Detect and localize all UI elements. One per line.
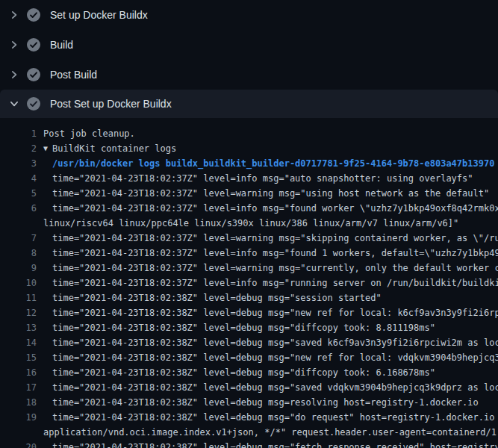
log-text: time="2021-04-23T18:02:38Z" level=debug … (37, 320, 435, 335)
step-row-build[interactable]: Build (0, 30, 498, 60)
log-text: linux/riscv64 linux/ppc64le linux/s390x … (37, 216, 458, 231)
line-number[interactable]: 9 (0, 261, 37, 276)
log-text: time="2021-04-23T18:02:37Z" level=info m… (37, 246, 498, 261)
log-text: time="2021-04-23T18:02:37Z" level=warnin… (37, 261, 498, 276)
log-line: 15time="2021-04-23T18:02:38Z" level=debu… (0, 350, 498, 365)
chevron-right-icon[interactable] (7, 10, 21, 19)
line-number[interactable]: 12 (0, 305, 37, 320)
step-label: Post Set up Docker Buildx (50, 98, 172, 110)
line-number[interactable]: 13 (0, 320, 37, 335)
log-text: time="2021-04-23T18:02:38Z" level=debug … (37, 380, 498, 395)
log-line: 9time="2021-04-23T18:02:37Z" level=warni… (0, 261, 498, 276)
log-text: Post job cleanup. (37, 126, 135, 141)
step-row-post-set-up-docker-buildx[interactable]: Post Set up Docker Buildx (0, 90, 498, 118)
log-text: time="2021-04-23T18:02:38Z" level=debug … (37, 395, 479, 410)
log-line: 13time="2021-04-23T18:02:38Z" level=debu… (0, 320, 498, 335)
check-circle-icon (27, 68, 40, 81)
log-text: time="2021-04-23T18:02:38Z" level=debug … (37, 305, 498, 320)
step-label: Set up Docker Buildx (50, 9, 148, 21)
log-text: time="2021-04-23T18:02:38Z" level=debug … (37, 335, 498, 350)
log-line: 3/usr/bin/docker logs buildx_buildkit_bu… (0, 156, 498, 171)
log-text: time="2021-04-23T18:02:37Z" level=info m… (37, 171, 473, 186)
log-line-continuation: linux/riscv64 linux/ppc64le linux/s390x … (0, 216, 498, 231)
line-number[interactable]: 10 (0, 276, 37, 290)
log-text: time="2021-04-23T18:02:38Z" level=debug … (37, 290, 382, 305)
log-line: 1Post job cleanup. (0, 126, 498, 141)
step-row-set-up-docker-buildx[interactable]: Set up Docker Buildx (0, 0, 498, 30)
line-number[interactable]: 17 (0, 380, 37, 395)
line-number[interactable]: 5 (0, 186, 37, 201)
log-text: time="2021-04-23T18:02:38Z" level=debug … (37, 440, 498, 448)
log-line: 8time="2021-04-23T18:02:37Z" level=info … (0, 246, 498, 261)
log-line: 10time="2021-04-23T18:02:37Z" level=info… (0, 276, 498, 290)
line-number[interactable]: 11 (0, 290, 37, 305)
log-text: time="2021-04-23T18:02:37Z" level=info m… (37, 201, 498, 216)
log-line-continuation: application/vnd.oci.image.index.v1+json,… (0, 425, 498, 440)
step-label: Build (50, 39, 73, 51)
step-label: Post Build (50, 69, 97, 81)
log-group-label: BuildKit container logs (52, 143, 176, 154)
log-text: time="2021-04-23T18:02:37Z" level=info m… (37, 276, 498, 290)
check-circle-icon (27, 8, 40, 22)
log-line: 14time="2021-04-23T18:02:38Z" level=debu… (0, 335, 498, 350)
line-number[interactable]: 14 (0, 335, 37, 350)
log-command-text: /usr/bin/docker logs buildx_buildkit_bui… (37, 156, 494, 171)
line-number[interactable]: 19 (0, 410, 37, 425)
log-line: 4time="2021-04-23T18:02:37Z" level=info … (0, 171, 498, 186)
chevron-right-icon[interactable] (7, 40, 21, 49)
log-line: 17time="2021-04-23T18:02:38Z" level=debu… (0, 380, 498, 395)
expand-triangle-icon[interactable]: ▼ (43, 141, 52, 156)
step-log-output: 1Post job cleanup.2▼ BuildKit container … (0, 118, 498, 448)
log-text: application/vnd.oci.image.index.v1+json,… (37, 425, 498, 440)
log-line: 2▼ BuildKit container logs (0, 141, 498, 156)
line-number[interactable]: 8 (0, 246, 37, 261)
line-number[interactable]: 2 (0, 141, 37, 156)
log-line: 19time="2021-04-23T18:02:38Z" level=debu… (0, 410, 498, 425)
line-number[interactable]: 7 (0, 231, 37, 246)
check-circle-icon (27, 38, 40, 52)
line-number[interactable]: 15 (0, 350, 37, 365)
chevron-down-icon[interactable] (7, 100, 21, 108)
line-number[interactable]: 20 (0, 440, 37, 448)
log-line: 5time="2021-04-23T18:02:37Z" level=warni… (0, 186, 498, 201)
log-text: time="2021-04-23T18:02:38Z" level=debug … (37, 410, 498, 425)
workflow-steps-list: Set up Docker Buildx Build Post Build Po… (0, 0, 498, 118)
log-text: time="2021-04-23T18:02:37Z" level=warnin… (37, 186, 489, 201)
log-line: 20time="2021-04-23T18:02:38Z" level=debu… (0, 440, 498, 448)
log-line: 18time="2021-04-23T18:02:38Z" level=debu… (0, 395, 498, 410)
log-line: 11time="2021-04-23T18:02:38Z" level=debu… (0, 290, 498, 305)
chevron-right-icon[interactable] (7, 70, 21, 79)
line-number[interactable]: 3 (0, 156, 37, 171)
log-text: time="2021-04-23T18:02:38Z" level=debug … (37, 365, 435, 380)
step-row-post-build[interactable]: Post Build (0, 60, 498, 90)
check-circle-icon (27, 97, 40, 111)
log-group-toggle[interactable]: ▼ BuildKit container logs (37, 141, 176, 156)
line-number[interactable]: 16 (0, 365, 37, 380)
line-number[interactable]: 1 (0, 126, 37, 141)
log-text: time="2021-04-23T18:02:37Z" level=warnin… (37, 231, 498, 246)
log-text: time="2021-04-23T18:02:38Z" level=debug … (37, 350, 498, 365)
line-number[interactable]: 6 (0, 201, 37, 216)
log-line: 12time="2021-04-23T18:02:38Z" level=debu… (0, 305, 498, 320)
log-line: 6time="2021-04-23T18:02:37Z" level=info … (0, 201, 498, 216)
line-number[interactable]: 18 (0, 395, 37, 410)
line-number[interactable]: 4 (0, 171, 37, 186)
log-line: 7time="2021-04-23T18:02:37Z" level=warni… (0, 231, 498, 246)
line-number (0, 425, 37, 440)
line-number (0, 216, 37, 231)
log-line: 16time="2021-04-23T18:02:38Z" level=debu… (0, 365, 498, 380)
